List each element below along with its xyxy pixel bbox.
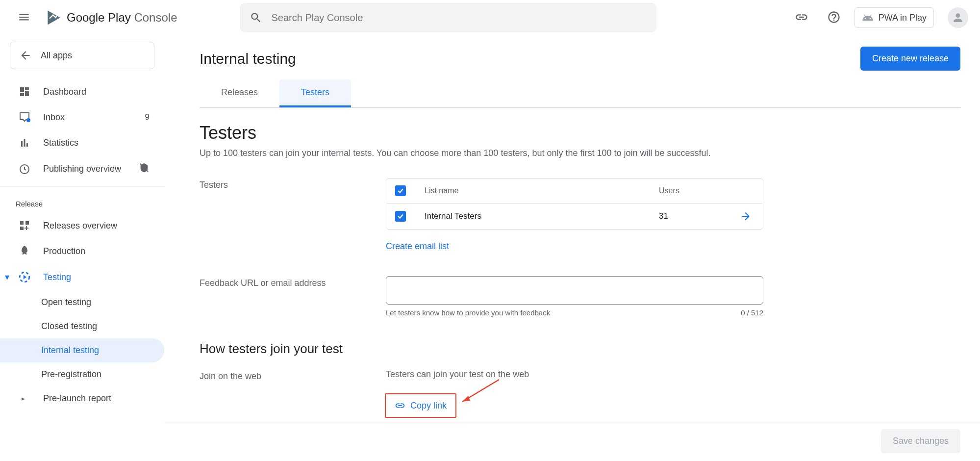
svg-marker-0 [48,11,60,25]
testers-table: List name Users Internal Testers 31 [386,178,763,230]
svg-marker-6 [462,396,470,402]
nav-testing[interactable]: ▾ Testing [0,264,164,290]
nav-pre-launch-label: Pre-launch report [43,393,111,404]
nav-statistics-label: Statistics [43,138,78,148]
tabs: Releases Testers [200,79,960,108]
row-open-button[interactable] [729,204,763,229]
row-checkbox[interactable] [395,211,406,222]
svg-marker-4 [24,275,27,280]
col-users: Users [650,179,729,202]
section-description: Up to 100 testers can join your internal… [200,148,945,158]
logo-text-b: Console [134,11,177,24]
account-avatar[interactable] [948,7,968,28]
android-icon [862,12,874,24]
page-title: Internal testing [200,51,296,67]
feedback-helper-text: Let testers know how to provide you with… [386,308,550,317]
nav-inbox-label: Inbox [43,112,65,123]
inbox-icon [19,111,30,123]
target-progress-icon [18,271,31,283]
app-selector-chip[interactable]: PWA in Play [854,7,934,28]
logo[interactable]: Google Play Console [45,9,197,26]
dashboard-icon [19,86,30,98]
arrow-right-icon [740,210,752,222]
publishing-off-icon [139,162,150,173]
link-icon [395,400,405,411]
app-selector-label: PWA in Play [879,13,927,23]
link-icon [795,10,808,24]
feedback-label: Feedback URL or email address [200,276,386,288]
caret-right-icon: ▸ [22,395,25,402]
nav-releases-overview-label: Releases overview [43,221,117,231]
nav-internal-testing-label: Internal testing [41,345,99,356]
annotation-arrow-icon [457,377,502,407]
nav-closed-testing[interactable]: Closed testing [0,314,164,338]
create-release-button[interactable]: Create new release [860,47,960,71]
rocket-icon [19,245,30,257]
testers-field-label: Testers [200,178,386,190]
nav-open-testing-label: Open testing [41,297,91,307]
person-icon [952,11,964,24]
search-bar[interactable] [240,3,656,32]
play-console-icon [45,9,63,26]
table-header: List name Users [386,179,763,204]
logo-text-a: Google Play [67,11,131,24]
search-icon [250,11,262,24]
section-title-testers: Testers [200,123,945,143]
search-input[interactable] [271,12,647,24]
feedback-input[interactable] [386,276,763,305]
svg-line-5 [462,380,499,402]
all-apps-button[interactable]: All apps [10,42,154,69]
nav-dashboard[interactable]: Dashboard [0,79,164,104]
nav-pre-registration-label: Pre-registration [41,369,101,380]
nav-pre-launch-report[interactable]: ▸ Pre-launch report [0,386,164,410]
row-users-count: 31 [650,205,729,228]
subsection-title: How testers join your test [200,341,945,357]
create-email-list-link[interactable]: Create email list [386,241,449,252]
nav-testing-label: Testing [43,272,71,282]
table-row[interactable]: Internal Testers 31 [386,204,763,229]
section-release-label: Release [0,191,164,213]
grid-plus-icon [19,220,30,231]
caret-down-icon: ▾ [5,272,9,282]
logo-text: Google Play Console [67,11,177,25]
row-list-name: Internal Testers [416,205,650,228]
join-web-description: Testers can join your test on the web [386,369,763,380]
nav-open-testing[interactable]: Open testing [0,290,164,314]
all-apps-label: All apps [41,51,72,61]
nav-releases-overview[interactable]: Releases overview [0,213,164,238]
tab-testers[interactable]: Testers [279,79,351,107]
nav-inbox-badge: 9 [145,112,150,122]
link-tool-button[interactable] [790,5,813,30]
nav-production[interactable]: Production [0,238,164,264]
arrow-left-icon [19,49,32,62]
nav-publishing-overview[interactable]: Publishing overview [0,155,164,182]
feedback-char-count: 0 / 512 [741,308,763,317]
nav-production-label: Production [43,246,85,256]
select-all-checkbox[interactable] [395,185,406,196]
nav-pre-registration[interactable]: Pre-registration [0,362,164,386]
menu-button[interactable] [12,5,36,31]
side-nav: All apps Dashboard Inbox 9 Statistics Pu… [0,36,164,461]
save-changes-button[interactable]: Save changes [881,429,960,453]
nav-statistics[interactable]: Statistics [0,130,164,155]
top-header: Google Play Console PWA in Play [0,0,980,36]
footer-bar: Save changes [164,421,980,461]
nav-dashboard-label: Dashboard [43,87,86,97]
hamburger-icon [18,11,30,24]
nav-inbox[interactable]: Inbox 9 [0,104,164,130]
main-content: Internal testing Create new release Rele… [164,36,980,461]
nav-closed-testing-label: Closed testing [41,321,97,332]
tab-releases[interactable]: Releases [200,79,279,107]
join-web-label: Join on the web [200,369,386,382]
help-icon [827,10,841,24]
nav-publishing-label: Publishing overview [43,164,121,174]
copy-link-button[interactable]: Copy link [386,394,455,417]
col-list-name: List name [416,179,650,202]
help-button[interactable] [822,5,846,30]
bar-chart-icon [19,137,30,149]
svg-point-1 [26,118,30,122]
clock-send-icon [19,163,30,175]
nav-internal-testing[interactable]: Internal testing [0,338,164,362]
copy-link-label: Copy link [410,401,447,411]
